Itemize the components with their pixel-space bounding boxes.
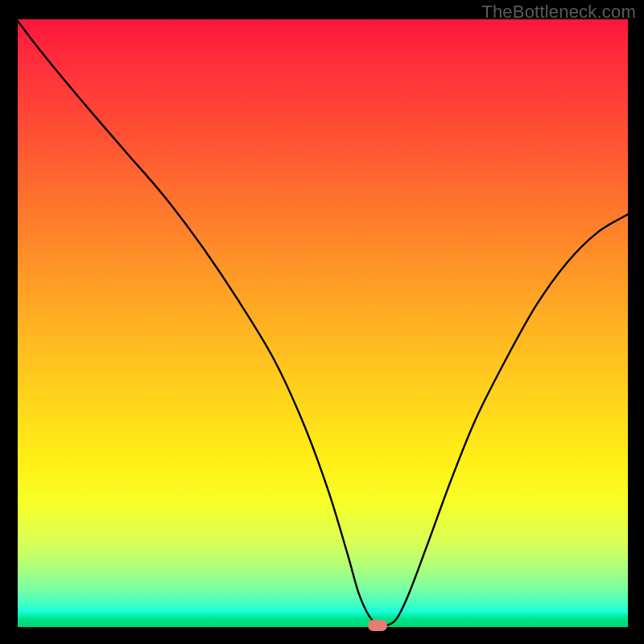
chart-frame: TheBottleneck.com [0,0,644,644]
optimal-marker [368,620,387,631]
plot-area [18,19,628,627]
bottleneck-curve [18,19,628,627]
watermark-label: TheBottleneck.com [481,2,636,23]
